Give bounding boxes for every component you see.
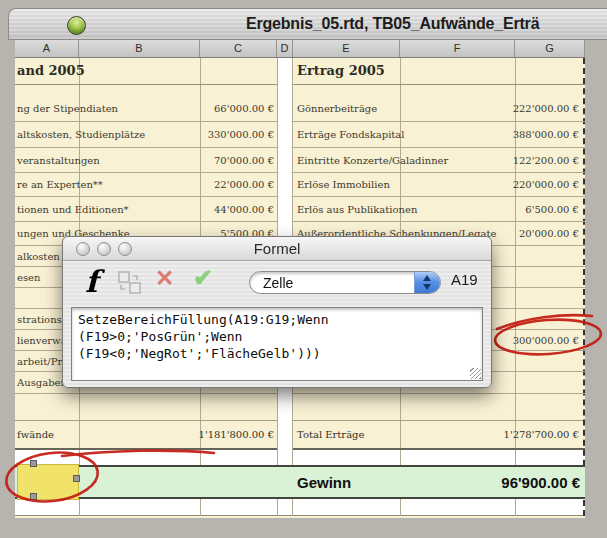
cell-label: Erträge Fondskapital bbox=[293, 129, 405, 140]
column-header-d[interactable]: D bbox=[277, 40, 293, 57]
column-header-row: A B C D E F G bbox=[15, 40, 585, 58]
column-header-a[interactable]: A bbox=[15, 40, 79, 57]
cell-label: Erlös aus Publikationen bbox=[293, 204, 417, 215]
aufwand-total-row[interactable]: fwände 1'181'800.00 € bbox=[15, 420, 277, 450]
profit-label: Gewinn bbox=[297, 474, 351, 491]
table-row[interactable]: altskosten, Studienplätze330'000.00 € bbox=[15, 122, 277, 148]
table-row[interactable]: re an Experten**22'000.00 € bbox=[15, 173, 277, 197]
ertrag-total-row[interactable]: Total Erträge 1'278'700.00 € bbox=[293, 420, 585, 450]
cell-value: 44'000.00 € bbox=[214, 204, 277, 215]
confirm-button[interactable]: ✔ bbox=[193, 264, 213, 292]
swap-cells-icon[interactable] bbox=[117, 270, 143, 296]
table-row[interactable]: ng der Stipendiaten66'000.00 € bbox=[15, 95, 277, 122]
cell-label: Gönnerbeiträge bbox=[293, 103, 377, 114]
empty-row bbox=[15, 499, 585, 516]
screenshot-root: Ergebnis_05.rtd, TB05_Aufwände_Erträ A B… bbox=[0, 0, 607, 538]
selection-handle[interactable] bbox=[30, 460, 37, 467]
total-value: 1'181'800.00 € bbox=[199, 429, 277, 440]
section-header-ertrag: Ertrag 2005 bbox=[293, 58, 585, 85]
window-titlebar[interactable]: Ergebnis_05.rtd, TB05_Aufwände_Erträ bbox=[8, 8, 607, 40]
cell-label: Eintritte Konzerte/Galadinner bbox=[293, 155, 448, 166]
total-label: Total Erträge bbox=[297, 429, 364, 440]
selection-handle[interactable] bbox=[30, 493, 37, 500]
dialog-title: Formel bbox=[63, 240, 491, 257]
scope-dropdown-value: Zelle bbox=[263, 275, 293, 291]
cell-label: alkosten bbox=[15, 251, 60, 262]
column-header-b[interactable]: B bbox=[79, 40, 200, 57]
scope-dropdown[interactable]: Zelle bbox=[249, 271, 441, 294]
window-title: Ergebnis_05.rtd, TB05_Aufwände_Erträ bbox=[246, 15, 539, 33]
chevron-updown-icon bbox=[414, 272, 440, 293]
cell-value circled-value: 300'000.00 € bbox=[513, 335, 585, 346]
cell-label: Erlöse Immobilien bbox=[293, 179, 390, 190]
table-row[interactable]: tionen und Editionen*44'000.00 € bbox=[15, 197, 277, 222]
cell-label: Ausgaben bbox=[15, 377, 67, 388]
column-header-e[interactable]: E bbox=[293, 40, 400, 57]
formula-text: SetzeBereichFüllung(A19:G19;Wenn (F19>0;… bbox=[72, 308, 482, 365]
resize-handle-icon[interactable] bbox=[470, 368, 481, 379]
cell-value: 22'000.00 € bbox=[214, 179, 277, 190]
cell-value: 330'000.00 € bbox=[208, 129, 277, 140]
cell-label: esen bbox=[15, 272, 40, 283]
empty-row bbox=[15, 450, 585, 465]
section-header-aufwand: and 2005 bbox=[15, 58, 277, 85]
cell-reference-label: A19 bbox=[451, 271, 478, 288]
cell-label: re an Experten** bbox=[15, 179, 103, 190]
cell-value: 122'200.00 € bbox=[513, 155, 585, 166]
column-header-g[interactable]: G bbox=[515, 40, 585, 57]
cell-value: 6'500.00 € bbox=[525, 204, 585, 215]
formula-textarea[interactable]: SetzeBereichFüllung(A19:G19;Wenn (F19>0;… bbox=[71, 307, 483, 381]
cell-label: ng der Stipendiaten bbox=[15, 103, 118, 114]
window-button-icon[interactable] bbox=[67, 16, 86, 35]
table-row[interactable]: Erlöse Immobilien220'000.00 € bbox=[293, 173, 585, 197]
cell-value: 220'000.00 € bbox=[513, 179, 585, 190]
dialog-titlebar[interactable]: Formel bbox=[63, 237, 491, 261]
total-value: 1'278'700.00 € bbox=[504, 429, 585, 440]
cell-label: tionen und Editionen* bbox=[15, 204, 129, 215]
function-icon[interactable]: f bbox=[85, 263, 98, 301]
cell-value: 66'000.00 € bbox=[214, 103, 277, 114]
cell-label: veranstaltungen bbox=[15, 155, 100, 166]
table-row[interactable]: Gönnerbeiträge222'000.00 € bbox=[293, 95, 585, 122]
table-row[interactable]: Erträge Fondskapital388'000.00 € bbox=[293, 122, 585, 148]
cancel-button[interactable]: ✕ bbox=[155, 265, 174, 292]
selection-handle[interactable] bbox=[73, 475, 80, 482]
selected-cell-a19[interactable] bbox=[17, 464, 79, 500]
column-header-f[interactable]: F bbox=[400, 40, 515, 57]
cell-value: 388'000.00 € bbox=[513, 129, 585, 140]
formula-dialog[interactable]: Formel f ✕ ✔ Zelle A19 SetzeBereichF bbox=[62, 236, 492, 388]
column-header-c[interactable]: C bbox=[200, 40, 277, 57]
table-row[interactable]: veranstaltungen70'000.00 € bbox=[15, 148, 277, 173]
cell-value: 20'000.00 € bbox=[519, 228, 585, 239]
table-row[interactable]: Erlös aus Publikationen6'500.00 € bbox=[293, 197, 585, 222]
cell-label: altskosten, Studienplätze bbox=[15, 129, 145, 140]
cell-value: 222'000.00 € bbox=[513, 103, 585, 114]
profit-value: 96'900.00 € bbox=[501, 474, 580, 491]
cell-value: 70'000.00 € bbox=[214, 155, 277, 166]
total-label: fwände bbox=[17, 429, 54, 440]
table-row[interactable]: Eintritte Konzerte/Galadinner122'200.00 … bbox=[293, 148, 585, 173]
profit-row[interactable]: Gewinn 96'900.00 € bbox=[15, 465, 585, 499]
dialog-toolbar: f ✕ ✔ Zelle A19 bbox=[63, 261, 491, 305]
